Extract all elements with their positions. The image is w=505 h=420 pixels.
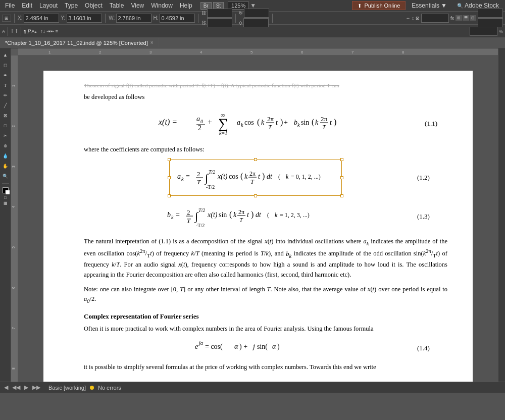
- angle1-input[interactable]: [244, 9, 269, 18]
- preview-mode-btn[interactable]: ▦: [4, 201, 8, 205]
- zoom-dropdown[interactable]: ▼: [250, 2, 256, 9]
- publish-icon: ⬆: [358, 3, 362, 9]
- hand-tool[interactable]: ✋: [1, 162, 10, 171]
- mm-input[interactable]: [421, 14, 449, 23]
- svg-text:t: t: [247, 211, 249, 219]
- line-tool[interactable]: ╱: [1, 101, 10, 110]
- shear-icon: ◇: [239, 20, 242, 25]
- svg-text:5: 5: [250, 50, 253, 55]
- svg-text:7: 7: [351, 50, 354, 55]
- svg-text:(: (: [257, 118, 260, 127]
- svg-text:T: T: [250, 178, 255, 185]
- pen-tool[interactable]: ✒: [1, 71, 10, 80]
- svg-text:6: 6: [301, 50, 304, 55]
- italic-p-icon: 𝑃: [27, 28, 31, 35]
- pages-panel-btn[interactable]: ⊞: [2, 15, 11, 22]
- zoom-input2[interactable]: [470, 27, 497, 36]
- normal-mode-btn[interactable]: □: [4, 195, 7, 200]
- view-grid-icon[interactable]: ⊞: [456, 15, 462, 21]
- menu-help[interactable]: Help: [177, 1, 195, 10]
- status-bar: ◀ ◀◀ ▶ ▶▶ Basic [working] No errors: [0, 382, 505, 393]
- svg-text:T/2: T/2: [198, 207, 205, 213]
- pencil-tool[interactable]: ✏: [1, 91, 10, 100]
- transform-icon: ⊠: [416, 16, 420, 21]
- error-status: No errors: [98, 385, 121, 391]
- view-list-icon[interactable]: ☰: [463, 15, 469, 21]
- nav-next-btn[interactable]: ▶: [24, 384, 28, 391]
- menu-edit[interactable]: Edit: [19, 1, 35, 10]
- direct-select-tool[interactable]: ◻: [1, 61, 10, 70]
- svg-text:cos: cos: [229, 173, 238, 180]
- fill-stroke-display[interactable]: [3, 187, 9, 193]
- eyedropper-tool[interactable]: 💧: [1, 151, 10, 161]
- svg-text:7: 7: [12, 327, 15, 329]
- menu-file[interactable]: File: [2, 1, 18, 10]
- w-input[interactable]: [116, 14, 152, 23]
- svg-text:3: 3: [149, 50, 152, 55]
- menu-type[interactable]: Type: [62, 1, 81, 10]
- font-icon: A: [2, 29, 5, 34]
- svg-text:T: T: [197, 178, 201, 186]
- stroke-options-icon: fx: [450, 16, 454, 21]
- svg-text:): ): [280, 118, 283, 127]
- svg-text:sin: sin: [219, 211, 227, 219]
- tab-close-btn[interactable]: ×: [150, 40, 154, 45]
- svg-text:2: 2: [12, 125, 15, 127]
- svg-text:t: t: [276, 119, 278, 126]
- svg-text:k: k: [171, 215, 174, 220]
- x-input[interactable]: [24, 14, 59, 23]
- percent1-input[interactable]: [478, 9, 503, 18]
- svg-text:k: k: [233, 211, 237, 219]
- rect-frame-tool[interactable]: ⊠: [1, 111, 10, 120]
- svg-text:3: 3: [12, 166, 15, 168]
- svg-text:k: k: [181, 176, 184, 182]
- be-developed-text: be developed as follows: [84, 92, 447, 102]
- svg-text:k: k: [297, 122, 300, 128]
- scale-h-input[interactable]: [207, 18, 232, 27]
- svg-text:2: 2: [187, 208, 190, 216]
- scissors-tool[interactable]: ✂: [1, 131, 10, 140]
- free-transform-tool[interactable]: ⊕: [1, 141, 10, 150]
- svg-text:): ): [251, 210, 254, 219]
- page-scroll[interactable]: Theorem of signal f(t) called periodic w…: [18, 56, 498, 382]
- menu-table[interactable]: Table: [107, 1, 127, 10]
- eq-1-2: a k = 2 T ∫ T/2: [94, 160, 417, 196]
- eq-1-1: x(t) = a 0 2 + ∑ k=1: [94, 107, 425, 140]
- nav-prev-btn[interactable]: ◀: [4, 384, 8, 391]
- publish-online-button[interactable]: ⬆ Publish Online: [352, 1, 406, 10]
- main-layout: ▲ ◻ ✒ T ✏ ╱ ⊠ □ ✂ ⊕ 💧 ✋ 🔍 □ ▦ 1 2: [0, 48, 505, 382]
- scale-w-input[interactable]: [207, 9, 232, 18]
- menu-object[interactable]: Object: [82, 1, 106, 10]
- horizontal-ruler: 1 2 3 4 5 6 7 8: [18, 48, 498, 56]
- menu-window[interactable]: Window: [148, 1, 176, 10]
- type-tool[interactable]: T: [1, 81, 10, 90]
- document-tab[interactable]: *Chapter 1_10_16_2017 11_02.indd @ 125% …: [0, 38, 159, 48]
- equation-1-4-row: e jα = cos( α ) + j sin( α ) (: [94, 338, 437, 358]
- svg-text:dt: dt: [267, 173, 273, 180]
- y-label: Y:: [61, 15, 65, 21]
- flip-h-icon: ↔: [406, 16, 410, 21]
- x-label: X:: [18, 15, 22, 21]
- svg-text:=: =: [176, 211, 180, 219]
- eq-num-1-2: (1.2): [417, 173, 437, 183]
- natural-interp-text: The natural interpretation of (1.1) is a…: [84, 237, 447, 280]
- zoom-tool[interactable]: 🔍: [1, 172, 10, 181]
- y-input[interactable]: [67, 14, 102, 23]
- rect-tool[interactable]: □: [1, 121, 10, 130]
- selection-tool[interactable]: ▲: [1, 50, 10, 60]
- eq-num-1-3: (1.3): [417, 212, 437, 222]
- nav-first-btn[interactable]: ◀◀: [12, 384, 20, 391]
- angle2-input[interactable]: [243, 18, 269, 27]
- svg-text:2π: 2π: [238, 208, 244, 216]
- svg-text:+: +: [284, 119, 288, 126]
- nav-last-btn[interactable]: ▶▶: [32, 384, 40, 391]
- svg-text:-T/2: -T/2: [196, 223, 205, 228]
- svg-text:): ): [334, 118, 336, 127]
- view-detail-icon[interactable]: ⊟: [470, 15, 476, 21]
- percent2-input[interactable]: [478, 18, 503, 27]
- menu-layout[interactable]: Layout: [36, 1, 61, 10]
- svg-text:T: T: [268, 123, 272, 131]
- document-page: Theorem of signal f(t) called periodic w…: [43, 71, 473, 382]
- h-input[interactable]: [160, 14, 195, 23]
- menu-view[interactable]: View: [128, 1, 147, 10]
